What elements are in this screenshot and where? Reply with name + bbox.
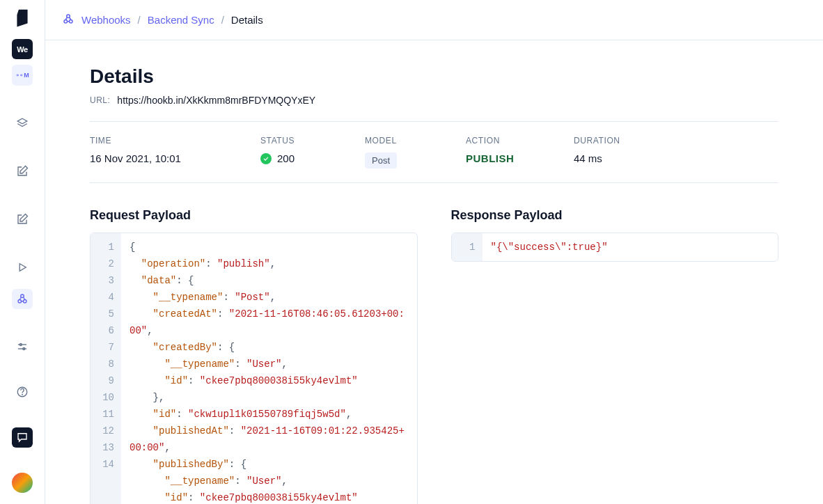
- sidebar-item-settings[interactable]: [12, 337, 33, 357]
- svg-marker-1: [19, 264, 26, 271]
- breadcrumb: Webhooks / Backend Sync / Details: [45, 0, 823, 40]
- sidebar-item-edit[interactable]: [12, 161, 33, 181]
- sidebar-item-we[interactable]: We: [12, 39, 33, 59]
- response-payload: Response Payload 1 "{\"success\":true}": [451, 208, 779, 504]
- webhook-icon: [62, 13, 75, 27]
- breadcrumb-sep: /: [138, 14, 141, 26]
- meta-duration: DURATION 44 ms: [574, 136, 654, 168]
- url-label: URL:: [90, 95, 110, 105]
- url-row: URL: https://hookb.in/XkKkmm8mrBFDYMQQYx…: [90, 95, 778, 106]
- meta-model: MODEL Post: [365, 136, 466, 168]
- content: Details URL: https://hookb.in/XkKkmm8mrB…: [45, 40, 823, 504]
- sidebar-item-play[interactable]: [12, 257, 33, 277]
- response-code[interactable]: 1 "{\"success\":true}": [451, 233, 779, 262]
- svg-point-12: [70, 20, 73, 24]
- meta-status: STATUS 200: [260, 136, 365, 168]
- model-pill[interactable]: Post: [365, 152, 397, 168]
- sidebar-item-help[interactable]: [12, 382, 33, 402]
- svg-point-11: [64, 20, 68, 24]
- svg-marker-0: [17, 118, 27, 124]
- svg-point-3: [24, 300, 27, 304]
- svg-point-10: [22, 395, 23, 395]
- payloads: Request Payload 1234567891011121314 { "o…: [90, 208, 778, 504]
- main-area: Webhooks / Backend Sync / Details Detail…: [45, 0, 823, 504]
- sidebar-item-layers[interactable]: [12, 113, 33, 133]
- request-payload: Request Payload 1234567891011121314 { "o…: [90, 208, 418, 504]
- svg-point-2: [18, 300, 22, 304]
- sidebar-item-webhooks[interactable]: [12, 289, 33, 309]
- meta-section: TIME 16 Nov 2021, 10:01 STATUS 200 MODEL…: [90, 121, 778, 183]
- app-logo[interactable]: [13, 8, 32, 28]
- meta-time: TIME 16 Nov 2021, 10:01: [90, 136, 260, 168]
- sidebar: We M: [0, 0, 45, 504]
- user-avatar[interactable]: [12, 473, 33, 493]
- sidebar-item-chat[interactable]: [12, 427, 33, 448]
- breadcrumb-webhooks[interactable]: Webhooks: [81, 14, 131, 26]
- breadcrumb-current: Details: [231, 14, 263, 26]
- breadcrumb-sep: /: [221, 14, 224, 26]
- sidebar-item-edit-alt[interactable]: [12, 209, 33, 229]
- url-value: https://hookb.in/XkKkmm8mrBFDYMQQYxEY: [117, 95, 315, 106]
- page-title: Details: [90, 65, 778, 88]
- breadcrumb-backend-sync[interactable]: Backend Sync: [148, 14, 214, 26]
- request-code[interactable]: 1234567891011121314 { "operation": "publ…: [90, 233, 418, 504]
- sidebar-item-model[interactable]: M: [12, 65, 33, 85]
- meta-action: ACTION PUBLISH: [466, 136, 574, 168]
- check-icon: [260, 153, 272, 164]
